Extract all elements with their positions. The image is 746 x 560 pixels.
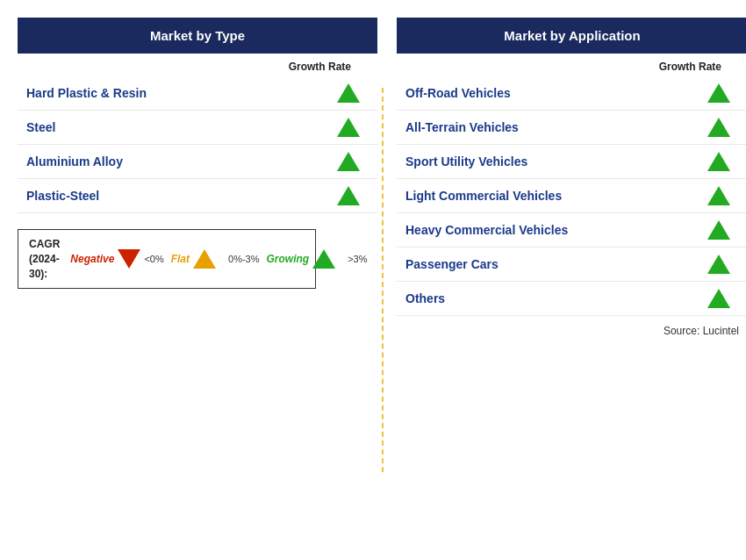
legend-flat: Flat 0%-3% [171, 249, 260, 269]
left-growth-rate-label: Growth Rate [18, 61, 377, 73]
flat-range: 0%-3% [228, 254, 259, 264]
arrow-up-green-icon [707, 255, 730, 274]
list-item: Aluminium Alloy [18, 145, 377, 179]
arrow-up-green-icon [337, 152, 360, 171]
growing-label: Growing [267, 253, 310, 265]
list-item: Sport Utility Vehicles [397, 145, 746, 179]
list-item: Plastic-Steel [18, 179, 377, 213]
right-growth-rate-label: Growth Rate [397, 61, 746, 73]
arrow-up-green-icon [707, 220, 730, 240]
legend-growing: Growing >3% [267, 249, 368, 269]
legend-cagr-label: CAGR (2024-30): [29, 237, 60, 281]
flat-label: Flat [171, 253, 190, 265]
arrow-up-green-icon [707, 289, 730, 308]
divider-line [382, 88, 384, 472]
divider [382, 18, 384, 542]
item-label-lcv: Light Commercial Vehicles [405, 189, 562, 203]
item-label-suv: Sport Utility Vehicles [405, 154, 527, 169]
right-header: Market by Application [397, 18, 746, 54]
list-item: Steel [18, 111, 377, 145]
arrow-up-green-icon [707, 186, 730, 205]
arrow-up-green-icon [707, 152, 730, 171]
legend-negative: Negative <0% [70, 249, 163, 269]
left-header: Market by Type [18, 18, 377, 54]
list-item: Off-Road Vehicles [397, 76, 746, 111]
item-label-offroad: Off-Road Vehicles [405, 86, 511, 100]
arrow-up-green-icon [337, 118, 360, 137]
arrow-up-yellow-icon [193, 249, 216, 269]
item-label-others: Others [405, 291, 445, 305]
arrow-up-green-icon [707, 118, 730, 137]
arrow-up-green-icon [337, 83, 360, 103]
negative-label: Negative [70, 253, 114, 265]
arrow-up-green-icon [312, 249, 335, 269]
list-item: All-Terrain Vehicles [397, 111, 746, 145]
left-panel: Market by Type Growth Rate Hard Plastic … [18, 18, 377, 542]
arrow-down-red-icon [118, 249, 140, 269]
arrow-up-green-icon [337, 186, 360, 205]
legend-box: CAGR (2024-30): Negative <0% Flat 0%-3% … [18, 229, 316, 289]
item-label-allterrain: All-Terrain Vehicles [405, 120, 519, 134]
list-item: Others [397, 282, 746, 316]
list-item: Passenger Cars [397, 248, 746, 282]
right-panel: Market by Application Growth Rate Off-Ro… [397, 18, 746, 542]
item-label-aluminium: Aluminium Alloy [26, 154, 123, 169]
source-text: Source: Lucintel [397, 325, 746, 337]
item-label-plastic-steel: Plastic-Steel [26, 189, 99, 203]
growing-range: >3% [348, 254, 367, 264]
list-item: Heavy Commercial Vehicles [397, 213, 746, 248]
item-label-passenger: Passenger Cars [405, 257, 499, 271]
list-item: Light Commercial Vehicles [397, 179, 746, 213]
list-item: Hard Plastic & Resin [18, 76, 377, 111]
arrow-up-green-icon [707, 83, 730, 103]
item-label-hard-plastic: Hard Plastic & Resin [26, 86, 147, 100]
item-label-steel: Steel [26, 120, 55, 134]
item-label-hcv: Heavy Commercial Vehicles [405, 223, 568, 237]
negative-range: <0% [144, 254, 163, 264]
